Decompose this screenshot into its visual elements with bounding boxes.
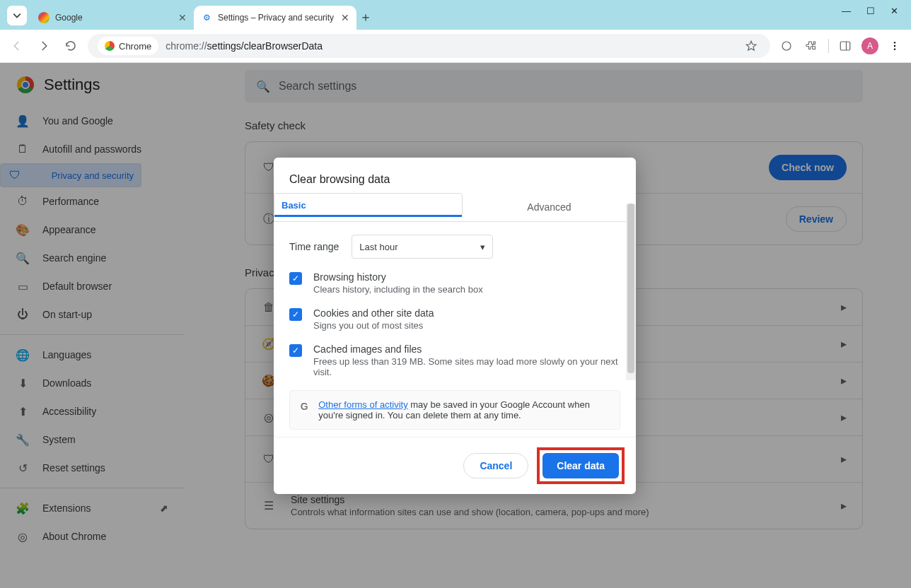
panel-icon [839,40,852,52]
arrow-left-icon [11,40,23,52]
reload-icon [64,40,77,52]
chrome-logo-icon [105,41,115,51]
extensions-button[interactable] [803,37,821,55]
svg-rect-1 [840,42,850,50]
clear-browsing-data-dialog: Clear browsing data Basic Advanced Time … [274,158,636,494]
arrow-right-icon [37,40,50,52]
site-chip[interactable]: Chrome [98,37,158,55]
url-text: chrome://settings/clearBrowserData [166,40,735,52]
chevron-down-icon [13,11,21,20]
gemini-button[interactable] [777,37,796,55]
maximize-button[interactable]: ☐ [866,6,875,16]
back-button[interactable] [7,36,27,56]
checkbox-checked-icon[interactable]: ✓ [289,272,302,285]
option-cookies[interactable]: ✓ Cookies and other site dataSigns you o… [289,307,620,331]
omnibox[interactable]: Chrome chrome://settings/clearBrowserDat… [88,34,770,58]
dialog-button-row: Cancel Clear data [274,437,636,494]
close-window-button[interactable]: ✕ [890,6,898,16]
tab-advanced[interactable]: Advanced [463,193,636,221]
window-controls: — ☐ ✕ [832,0,908,21]
star-icon [745,40,758,52]
chip-label: Chrome [119,41,151,52]
forward-button[interactable] [34,36,54,56]
tab-close-button[interactable]: ✕ [341,12,349,23]
time-range-row: Time range Last hour ▾ [289,235,620,259]
svg-point-3 [894,42,895,43]
new-tab-button[interactable]: ＋ [356,8,375,30]
time-range-label: Time range [289,241,339,252]
tab-title: Settings – Privacy and security [218,13,335,23]
time-range-value: Last hour [359,242,398,252]
browser-tabstrip: Google ✕ ⚙ Settings – Privacy and securi… [0,0,911,30]
time-range-select[interactable]: Last hour ▾ [352,235,493,259]
cancel-button[interactable]: Cancel [463,453,528,478]
gear-icon: ⚙ [201,12,212,23]
kebab-icon [889,40,900,52]
other-activity-link[interactable]: Other forms of activity [318,399,407,410]
browser-toolbar: Chrome chrome://settings/clearBrowserDat… [0,30,911,63]
bookmark-button[interactable] [742,37,760,55]
tab-search-button[interactable] [7,6,27,25]
tab-google[interactable]: Google ✕ [31,6,194,30]
minimize-button[interactable]: — [842,6,851,16]
clear-data-highlight: Clear data [537,447,625,484]
svg-point-5 [894,48,895,49]
checkbox-checked-icon[interactable]: ✓ [289,308,302,321]
puzzle-icon [806,40,818,52]
google-favicon [38,12,50,23]
profile-avatar[interactable]: A [861,37,878,54]
tab-settings[interactable]: ⚙ Settings – Privacy and security ✕ [194,6,356,30]
dialog-title: Clear browsing data [274,158,636,193]
sparkle-icon [780,40,793,52]
reload-button[interactable] [61,36,81,56]
google-logo-icon: G [300,399,308,413]
option-browsing-history[interactable]: ✓ Browsing historyClears history, includ… [289,271,620,295]
dialog-body: Time range Last hour ▾ ✓ Browsing histor… [274,222,636,437]
svg-point-0 [782,42,791,50]
tab-title: Google [55,13,173,23]
clear-data-button[interactable]: Clear data [542,453,619,478]
app-menu-button[interactable] [886,37,904,55]
svg-point-4 [894,45,895,47]
other-activity-info: G Other forms of activity may be saved i… [289,390,620,430]
dropdown-icon: ▾ [480,242,485,252]
tab-close-button[interactable]: ✕ [178,12,187,23]
sidepanel-button[interactable] [836,37,854,55]
tab-basic[interactable]: Basic [274,193,463,217]
dialog-tabs: Basic Advanced [274,193,636,222]
option-cache[interactable]: ✓ Cached images and filesFrees up less t… [289,343,620,377]
checkbox-checked-icon[interactable]: ✓ [289,344,302,357]
